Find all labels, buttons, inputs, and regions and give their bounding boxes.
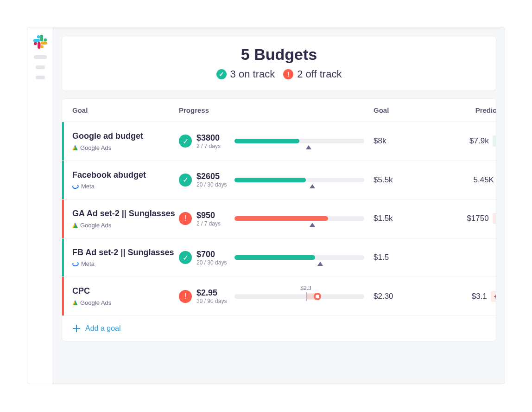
warning-icon: ! — [283, 69, 293, 79]
goal-value: $5.5k — [374, 175, 424, 185]
progress-days: 20 / 30 days — [196, 181, 227, 188]
google-ads-icon — [72, 145, 78, 150]
predicted-value: $3.1 — [472, 292, 487, 301]
goal-source: Google Ads — [72, 144, 179, 151]
delta-badge: +$0.80 — [491, 291, 496, 302]
check-icon: ✓ — [216, 69, 227, 79]
progress-bar — [234, 178, 364, 182]
goal-value: $8k — [374, 136, 424, 146]
slack-icon — [33, 35, 47, 49]
predicted-cell: $1.5 — [424, 253, 496, 262]
table-row[interactable]: GA Ad set-2 || SunglassesGoogle Ads!$950… — [62, 200, 496, 238]
goal-cell: GA Ad set-2 || SunglassesGoogle Ads — [72, 209, 179, 229]
progress-cell: !$9502 / 7 days — [179, 211, 234, 227]
predicted-value: $1750 — [467, 214, 488, 223]
progress-value: $950 — [196, 211, 221, 220]
marker-icon — [310, 223, 315, 227]
off-track-count: 2 off track — [297, 68, 342, 80]
goal-value: $2.30 — [374, 292, 424, 301]
goal-cell: Facebook abudgetMeta — [72, 170, 179, 190]
col-goal: Goal — [72, 106, 179, 114]
goal-name: GA Ad set-2 || Sunglasses — [72, 209, 179, 219]
check-icon: ✓ — [179, 174, 192, 187]
table-row[interactable]: CPCGoogle Ads!$2.9530 / 90 days$2.3$2.30… — [62, 277, 496, 316]
progress-value: $3800 — [196, 133, 221, 143]
progress-days: 2 / 7 days — [196, 220, 221, 227]
progress-bar — [234, 255, 364, 260]
predicted-cell: $7.9k+$100 — [424, 135, 496, 147]
goal-name: CPC — [72, 286, 179, 296]
progress-value: $2605 — [196, 172, 227, 181]
progress-days: 2 / 7 days — [196, 143, 221, 149]
goal-cell: CPCGoogle Ads — [72, 286, 179, 306]
progress-bar — [234, 139, 364, 143]
goal-cell: Google ad budgetGoogle Ads — [72, 131, 179, 151]
delta-badge: +$100 — [493, 135, 496, 147]
current-dot-icon — [314, 293, 321, 300]
add-goal-label: Add a goal — [85, 324, 121, 333]
sidebar-placeholder — [36, 76, 45, 79]
progress-bar — [234, 216, 364, 221]
plus-icon — [72, 324, 81, 333]
add-goal-button[interactable]: Add a goal — [62, 316, 496, 341]
bar-cell — [234, 178, 374, 182]
progress-days: 30 / 90 days — [196, 298, 227, 304]
progress-value: $700 — [196, 250, 227, 259]
progress-cell: ✓$38002 / 7 days — [179, 133, 234, 149]
meta-icon — [72, 184, 79, 189]
goal-source: Meta — [72, 260, 179, 267]
progress-value: $2.95 — [196, 288, 227, 298]
col-progress: Progress — [179, 106, 374, 114]
marker-icon — [317, 262, 323, 266]
goal-source: Meta — [72, 183, 179, 190]
page-title: 5 Budgets — [70, 45, 488, 64]
table-header: Goal Progress Goal Predicted i — [62, 99, 496, 122]
goal-name: Google ad budget — [72, 131, 179, 142]
delta-badge: +$250 — [493, 213, 496, 224]
progress-cell: ✓$260520 / 30 days — [179, 172, 234, 188]
warning-icon: ! — [179, 212, 192, 225]
bar-cell — [234, 255, 374, 260]
bar-cell — [234, 139, 374, 143]
sidebar-rail — [27, 27, 53, 384]
progress-cell: !$2.9530 / 90 days — [179, 288, 234, 304]
progress-bar: $2.3 — [234, 294, 364, 299]
header-card: 5 Budgets ✓ 3 on track ! 2 off track — [62, 36, 496, 91]
predicted-cell: 5.45K-$50 — [424, 174, 496, 186]
goal-name: Facebook abudget — [72, 170, 179, 180]
marker-icon — [306, 145, 311, 149]
target-label: $2.3 — [300, 285, 311, 291]
check-icon: ✓ — [179, 251, 192, 264]
off-track-chip: ! 2 off track — [283, 68, 342, 80]
progress-days: 20 / 30 days — [196, 259, 227, 266]
bar-cell: $2.3 — [234, 294, 374, 299]
warning-icon: ! — [179, 290, 192, 303]
check-icon: ✓ — [179, 135, 192, 148]
goal-source: Google Ads — [72, 299, 179, 306]
predicted-cell: $1750+$250 — [424, 213, 496, 224]
bar-cell — [234, 216, 374, 221]
table-row[interactable]: FB Ad set-2 || SunglassesMeta✓$70020 / 3… — [62, 238, 496, 277]
goal-value: $1.5k — [374, 214, 424, 223]
table-row[interactable]: Facebook abudgetMeta✓$260520 / 30 days$5… — [62, 161, 496, 200]
sidebar-placeholder — [36, 65, 45, 69]
budgets-table: Goal Progress Goal Predicted i Google ad… — [62, 98, 496, 341]
table-row[interactable]: Google ad budgetGoogle Ads✓$38002 / 7 da… — [62, 122, 496, 161]
predicted-value: $7.9k — [469, 136, 489, 146]
goal-cell: FB Ad set-2 || SunglassesMeta — [72, 248, 179, 268]
goal-source: Google Ads — [72, 222, 179, 229]
google-ads-icon — [72, 300, 78, 305]
goal-value: $1.5 — [374, 253, 424, 262]
col-predicted: Predicted i — [424, 106, 496, 114]
progress-cell: ✓$70020 / 30 days — [179, 250, 234, 266]
app-frame: 5 Budgets ✓ 3 on track ! 2 off track Goa… — [27, 27, 505, 384]
sidebar-placeholder — [34, 55, 47, 59]
target-tick — [306, 292, 307, 301]
predicted-cell: $3.1+$0.80 — [424, 291, 496, 302]
col-goal-value: Goal — [374, 106, 424, 114]
on-track-count: 3 on track — [230, 68, 275, 80]
main-content: 5 Budgets ✓ 3 on track ! 2 off track Goa… — [53, 27, 505, 384]
header-summary: ✓ 3 on track ! 2 off track — [70, 68, 488, 80]
predicted-value: 5.45K — [474, 175, 494, 185]
google-ads-icon — [72, 222, 78, 228]
